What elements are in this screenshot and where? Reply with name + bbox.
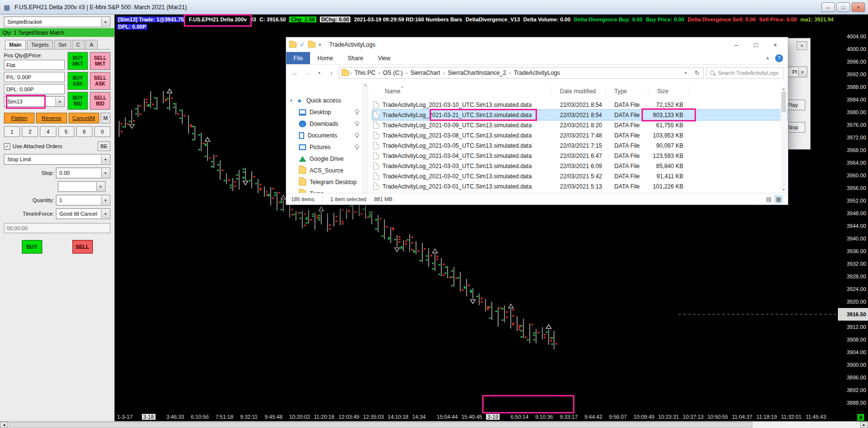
buy-ask-button[interactable]: BUY ASK bbox=[68, 72, 88, 90]
price-scale[interactable]: 4004.004000.003996.003992.003988.003984.… bbox=[838, 15, 868, 421]
maximize-icon[interactable] bbox=[836, 2, 850, 12]
sidebar-scrollbar[interactable] bbox=[362, 82, 368, 193]
use-attached-orders-checkbox[interactable] bbox=[4, 143, 10, 150]
sidebar-item-acs-source[interactable]: ACS_Source bbox=[286, 165, 362, 176]
tab-set[interactable]: Set bbox=[54, 40, 71, 49]
tif-select[interactable]: Good till Cancel bbox=[56, 208, 110, 219]
minimize-icon[interactable] bbox=[821, 2, 835, 12]
order-type-select[interactable]: Stop Limit bbox=[4, 154, 110, 165]
column-header-date[interactable]: Date modified bbox=[551, 86, 606, 97]
quantity-input[interactable]: 1 bbox=[56, 195, 110, 205]
sell-ask-button[interactable]: SELL ASK bbox=[90, 72, 110, 90]
tab-c[interactable]: C bbox=[72, 40, 85, 49]
scroll-right-icon[interactable] bbox=[860, 422, 868, 428]
close-icon[interactable]: × bbox=[797, 41, 807, 50]
up-icon[interactable] bbox=[327, 68, 336, 78]
breadcrumb-item[interactable]: This PC bbox=[352, 69, 378, 76]
history-dropdown-icon[interactable] bbox=[314, 68, 324, 78]
address-dropdown-icon[interactable] bbox=[681, 68, 691, 78]
scroll-down-icon[interactable] bbox=[782, 188, 785, 191]
sidebar-item-desktop[interactable]: Desktop bbox=[286, 106, 362, 118]
file-row[interactable]: TradeActivityLog_2021-03-02_UTC.Sim13.si… bbox=[372, 171, 788, 181]
file-size: 103,953 KB bbox=[648, 132, 689, 139]
maximize-icon[interactable] bbox=[746, 38, 765, 51]
time-axis[interactable]: 1-3-173-183:46:336:10:567:51:189:32:119:… bbox=[115, 413, 838, 421]
horizontal-scrollbar[interactable] bbox=[0, 421, 868, 428]
buy-mkt-button[interactable]: BUY MKT bbox=[68, 52, 88, 70]
time-field[interactable]: 00:00:00 bbox=[4, 223, 110, 233]
forward-icon[interactable] bbox=[302, 68, 312, 78]
order-preset-select[interactable]: SimpleBracket bbox=[4, 17, 110, 27]
reverse-button[interactable]: Reverse bbox=[36, 113, 67, 123]
close-icon[interactable] bbox=[851, 2, 865, 12]
sidebar-item-downloads[interactable]: Downloads bbox=[286, 118, 362, 130]
file-row[interactable]: TradeActivityLog_2021-03-10_UTC.Sim13.si… bbox=[372, 100, 788, 110]
stop-price-input[interactable]: 0.00 bbox=[56, 168, 110, 178]
sidebar-item-telegram-desktop[interactable]: Telegram Desktop bbox=[286, 176, 362, 188]
file-row[interactable]: TradeActivityLog_2021-03-09_UTC.Sim13.si… bbox=[372, 120, 788, 130]
sidebar-item-label: Downloads bbox=[310, 120, 338, 127]
file-row[interactable]: TradeActivityLog_2021-03-05_UTC.Sim13.si… bbox=[372, 140, 788, 151]
sell-mkt-button[interactable]: SELL MKT bbox=[90, 52, 110, 70]
tab-targets[interactable]: Targets bbox=[27, 40, 53, 49]
scrollbar-thumb[interactable] bbox=[781, 92, 786, 112]
sidebar-item-google-drive[interactable]: Google Drive bbox=[286, 153, 362, 165]
sell-bid-button[interactable]: SELL BID bbox=[90, 92, 110, 110]
qty-preset-2[interactable]: 2 bbox=[22, 126, 38, 137]
details-view-icon[interactable] bbox=[764, 195, 773, 204]
qty-preset-0[interactable]: 0 bbox=[94, 126, 110, 137]
cancel-all-button[interactable]: CancelAll bbox=[69, 113, 99, 123]
sell-button[interactable]: SELL bbox=[72, 240, 93, 254]
qty-preset-1[interactable]: 1 bbox=[4, 126, 20, 137]
search-input[interactable]: Search TradeActivityLogs bbox=[706, 67, 784, 79]
secondary-price-input[interactable] bbox=[58, 181, 105, 192]
scrollbar-thumb[interactable] bbox=[9, 422, 752, 428]
menu-home[interactable]: Home bbox=[310, 52, 340, 64]
buy-button[interactable]: BUY bbox=[22, 240, 42, 254]
column-header-type[interactable]: Type bbox=[606, 86, 648, 97]
tab-main[interactable]: Main bbox=[5, 40, 26, 49]
tab-a[interactable]: A bbox=[86, 40, 98, 49]
breadcrumb[interactable]: This PCOS (C:)SierraChartSierraChartInst… bbox=[339, 67, 704, 79]
check-icon[interactable] bbox=[300, 41, 305, 48]
breadcrumb-item[interactable]: SierraChartInstance_2 bbox=[445, 69, 508, 76]
column-header-size[interactable]: Size bbox=[648, 86, 689, 97]
sidebar-item-quick-access[interactable]: Quick access bbox=[286, 95, 362, 106]
thumbnails-view-icon[interactable] bbox=[774, 195, 783, 204]
scroll-up-icon[interactable] bbox=[364, 83, 367, 193]
sidebar-item-documents[interactable]: Documents bbox=[286, 130, 362, 141]
breakeven-button[interactable]: BE bbox=[98, 141, 110, 151]
file-row[interactable]: TradeActivityLog_2021-03-21_UTC.Sim13.si… bbox=[372, 110, 788, 120]
breadcrumb-item[interactable]: TradeActivityLogs bbox=[511, 69, 562, 76]
column-header-name[interactable]: Name bbox=[372, 86, 551, 97]
file-row[interactable]: TradeActivityLog_2021-03-01_UTC.Sim13.si… bbox=[372, 181, 788, 191]
file-row[interactable]: TradeActivityLog_2021-03-03_UTC.Sim13.si… bbox=[372, 161, 788, 171]
breadcrumb-item[interactable]: SierraChart bbox=[408, 69, 442, 76]
menu-share[interactable]: Share bbox=[340, 52, 370, 64]
breadcrumb-item[interactable]: OS (C:) bbox=[381, 69, 405, 76]
ribbon-collapse-icon[interactable] bbox=[766, 55, 769, 61]
file-row[interactable]: TradeActivityLog_2021-03-08_UTC.Sim13.si… bbox=[372, 130, 788, 140]
file-list-scrollbar[interactable] bbox=[781, 87, 787, 191]
minimize-icon[interactable] bbox=[727, 38, 746, 51]
back-icon[interactable] bbox=[290, 68, 300, 78]
chevron-down-icon[interactable] bbox=[319, 42, 321, 47]
refresh-icon[interactable] bbox=[694, 69, 699, 76]
m-button[interactable]: M bbox=[101, 113, 110, 123]
close-icon[interactable] bbox=[765, 38, 785, 51]
scroll-up-icon[interactable] bbox=[782, 87, 785, 90]
qty-preset-5[interactable]: 5 bbox=[58, 126, 74, 137]
explorer-titlebar[interactable]: TradeActivityLogs bbox=[286, 37, 788, 52]
sidebar-item-pictures[interactable]: Pictures bbox=[286, 141, 362, 153]
menu-file[interactable]: File bbox=[286, 52, 310, 64]
scroll-left-icon[interactable] bbox=[0, 422, 8, 428]
file-row[interactable]: TradeActivityLog_2021-03-04_UTC.Sim13.si… bbox=[372, 151, 788, 161]
help-icon[interactable] bbox=[775, 54, 783, 62]
flatten-button[interactable]: Flatten bbox=[4, 113, 35, 123]
qty-preset-4[interactable]: 4 bbox=[40, 126, 56, 137]
buy-bid-button[interactable]: BUY BID bbox=[68, 92, 88, 110]
account-select[interactable]: Sim13 bbox=[4, 96, 65, 107]
menu-view[interactable]: View bbox=[370, 52, 398, 64]
sidebar-item-temp[interactable]: Temp bbox=[286, 188, 362, 193]
qty-preset-8[interactable]: 8 bbox=[76, 126, 92, 137]
